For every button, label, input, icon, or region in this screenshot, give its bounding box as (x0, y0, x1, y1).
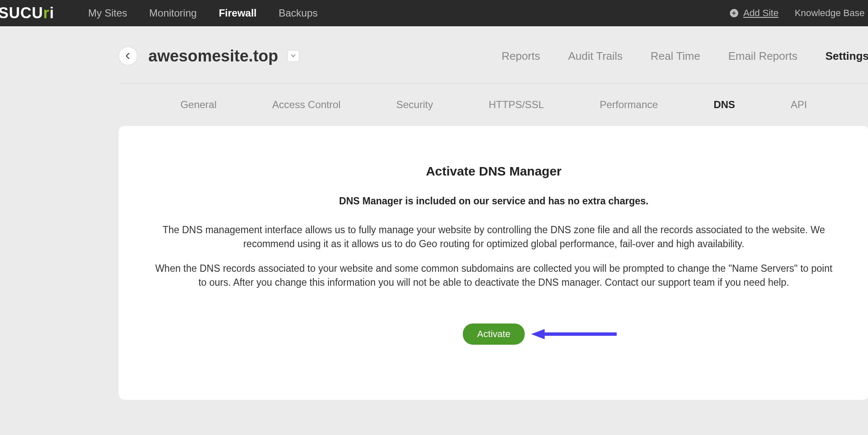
subtab-https-ssl[interactable]: HTTPS/SSL (489, 99, 544, 111)
subtab-access-control[interactable]: Access Control (272, 99, 340, 111)
brand-text-c: i (50, 4, 54, 22)
subtab-dns[interactable]: DNS (714, 99, 735, 111)
add-site-link[interactable]: + Add Site (730, 8, 779, 19)
nav-monitoring[interactable]: Monitoring (149, 7, 197, 19)
dns-manager-panel: Activate DNS Manager DNS Manager is incl… (119, 126, 868, 400)
subtab-performance[interactable]: Performance (600, 99, 658, 111)
tab-email-reports[interactable]: Email Reports (728, 50, 797, 63)
tab-real-time[interactable]: Real Time (651, 50, 700, 63)
panel-paragraph-1: The DNS management interface allows us t… (150, 223, 837, 251)
subtab-general[interactable]: General (181, 99, 217, 111)
tab-reports[interactable]: Reports (501, 50, 540, 63)
brand-text-a: SUCU (0, 4, 43, 22)
svg-marker-1 (531, 329, 545, 339)
brand-logo: SUCUri (0, 4, 63, 22)
annotation-arrow-icon (528, 326, 621, 342)
top-navbar: SUCUri My Sites Monitoring Firewall Back… (0, 0, 868, 26)
tab-audit-trails[interactable]: Audit Trails (568, 50, 623, 63)
settings-subtabs: General Access Control Security HTTPS/SS… (119, 84, 868, 126)
site-header: awesomesite.top Reports Audit Trails Rea… (119, 26, 868, 84)
activate-row: Activate (144, 323, 843, 345)
chevron-down-icon (291, 54, 295, 58)
back-button[interactable] (119, 47, 137, 65)
nav-firewall[interactable]: Firewall (219, 7, 256, 19)
panel-paragraph-2: When the DNS records associated to your … (150, 262, 837, 290)
site-domain-title: awesomesite.top (148, 47, 278, 65)
subtab-security[interactable]: Security (396, 99, 433, 111)
knowledge-base-link[interactable]: Knowledge Base (795, 8, 865, 19)
nav-my-sites[interactable]: My Sites (88, 7, 127, 19)
primary-nav: My Sites Monitoring Firewall Backups (88, 7, 318, 19)
add-site-label[interactable]: Add Site (743, 8, 779, 19)
tab-settings[interactable]: Settings (825, 50, 868, 63)
site-dropdown-trigger[interactable] (287, 50, 299, 62)
panel-lead: DNS Manager is included on our service a… (144, 195, 843, 207)
plus-icon: + (730, 9, 738, 17)
panel-heading: Activate DNS Manager (144, 164, 843, 178)
brand-text-b: r (43, 4, 50, 22)
nav-backups[interactable]: Backups (279, 7, 318, 19)
top-right-actions: + Add Site Knowledge Base (730, 8, 868, 19)
subtab-api[interactable]: API (791, 99, 807, 111)
view-tabs: Reports Audit Trails Real Time Email Rep… (501, 50, 868, 63)
activate-button[interactable]: Activate (463, 323, 525, 345)
arrow-left-icon (125, 53, 131, 59)
